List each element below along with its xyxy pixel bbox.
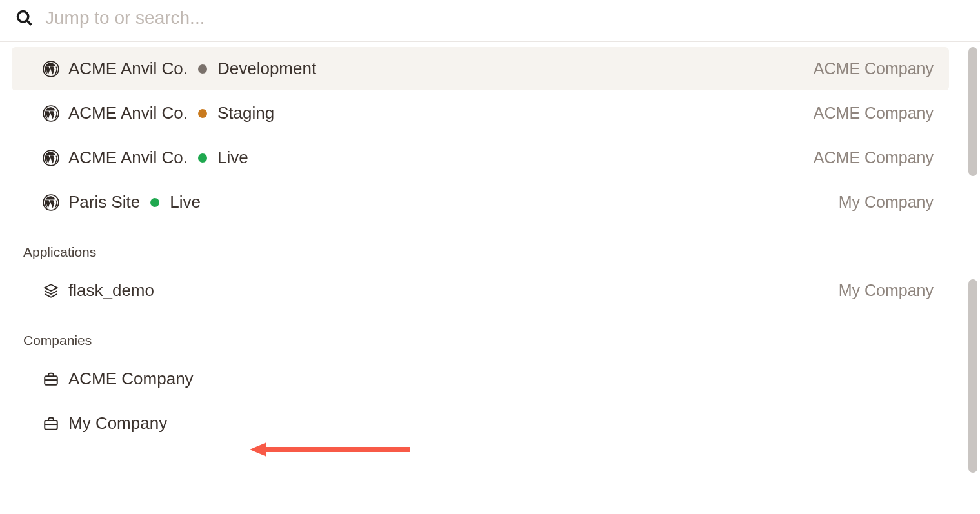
svg-marker-12 — [250, 442, 266, 457]
company-row-text: My Company — [68, 413, 167, 433]
svg-marker-6 — [45, 284, 57, 291]
wordpress-icon — [43, 61, 59, 77]
site-env: Live — [170, 192, 201, 212]
section-header-applications: Applications — [0, 225, 961, 268]
stack-icon — [43, 282, 59, 299]
svg-point-0 — [18, 12, 28, 22]
site-name: ACME Anvil Co. — [68, 103, 188, 123]
wordpress-icon — [43, 105, 59, 122]
company-row[interactable]: My Company — [12, 402, 949, 445]
site-company: My Company — [839, 193, 934, 212]
site-name: Paris Site — [68, 192, 140, 212]
site-company: ACME Company — [814, 148, 934, 167]
site-company: ACME Company — [814, 59, 934, 78]
status-dot-icon — [198, 64, 207, 74]
scrollbar-thumb[interactable] — [968, 47, 977, 176]
search-input[interactable] — [45, 8, 965, 28]
application-row[interactable]: flask_demoMy Company — [12, 269, 949, 312]
site-row-text: ACME Anvil Co.Staging — [68, 103, 274, 123]
site-name: ACME Anvil Co. — [68, 59, 188, 79]
site-row[interactable]: ACME Anvil Co.DevelopmentACME Company — [12, 47, 949, 90]
application-row-text: flask_demo — [68, 281, 154, 301]
section-header-companies: Companies — [0, 313, 961, 356]
site-row-text: ACME Anvil Co.Development — [68, 59, 316, 79]
site-company: ACME Company — [814, 104, 934, 123]
svg-line-1 — [27, 21, 31, 25]
results-container: ACME Anvil Co.DevelopmentACME Company AC… — [0, 47, 980, 445]
site-row[interactable]: Paris SiteLiveMy Company — [12, 181, 949, 224]
search-bar — [0, 0, 980, 42]
site-env: Staging — [217, 103, 274, 123]
site-row[interactable]: ACME Anvil Co.StagingACME Company — [12, 92, 949, 135]
annotation-arrow — [248, 440, 410, 459]
scrollbar-track[interactable] — [968, 47, 977, 473]
scrollbar-thumb[interactable] — [968, 279, 977, 473]
briefcase-icon — [43, 415, 59, 432]
status-dot-icon — [150, 198, 159, 207]
company-row-text: ACME Company — [68, 369, 194, 389]
status-dot-icon — [198, 109, 207, 118]
application-company: My Company — [839, 281, 934, 300]
application-name: flask_demo — [68, 281, 154, 301]
site-name: ACME Anvil Co. — [68, 148, 188, 168]
briefcase-icon — [43, 371, 59, 388]
company-name: My Company — [68, 413, 167, 433]
site-env: Development — [217, 59, 316, 79]
search-icon — [15, 9, 34, 27]
site-row-text: Paris SiteLive — [68, 192, 201, 212]
status-dot-icon — [198, 153, 207, 163]
site-row[interactable]: ACME Anvil Co.LiveACME Company — [12, 136, 949, 179]
site-row-text: ACME Anvil Co.Live — [68, 148, 248, 168]
company-row[interactable]: ACME Company — [12, 357, 949, 400]
site-env: Live — [217, 148, 248, 168]
wordpress-icon — [43, 150, 59, 166]
wordpress-icon — [43, 194, 59, 211]
company-name: ACME Company — [68, 369, 194, 389]
